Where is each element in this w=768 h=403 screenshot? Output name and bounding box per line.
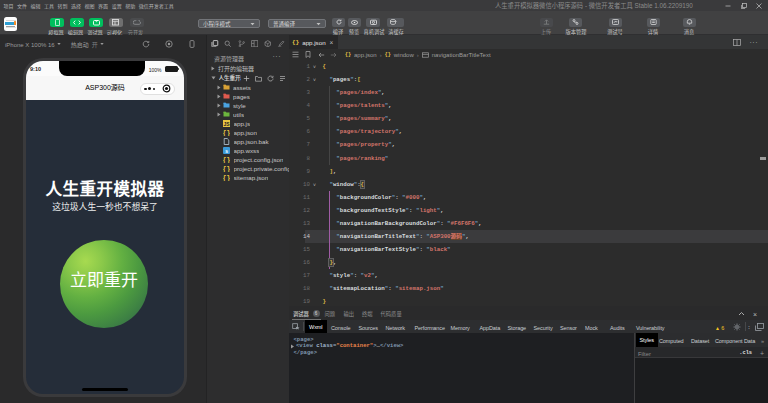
svg-text:{}: {} (223, 174, 230, 180)
svg-text:S: S (225, 148, 228, 153)
svg-text:{}: {} (223, 165, 230, 171)
svg-text:{}: {} (223, 129, 230, 135)
svg-text:JS: JS (223, 120, 230, 126)
svg-text:{}: {} (223, 156, 230, 162)
